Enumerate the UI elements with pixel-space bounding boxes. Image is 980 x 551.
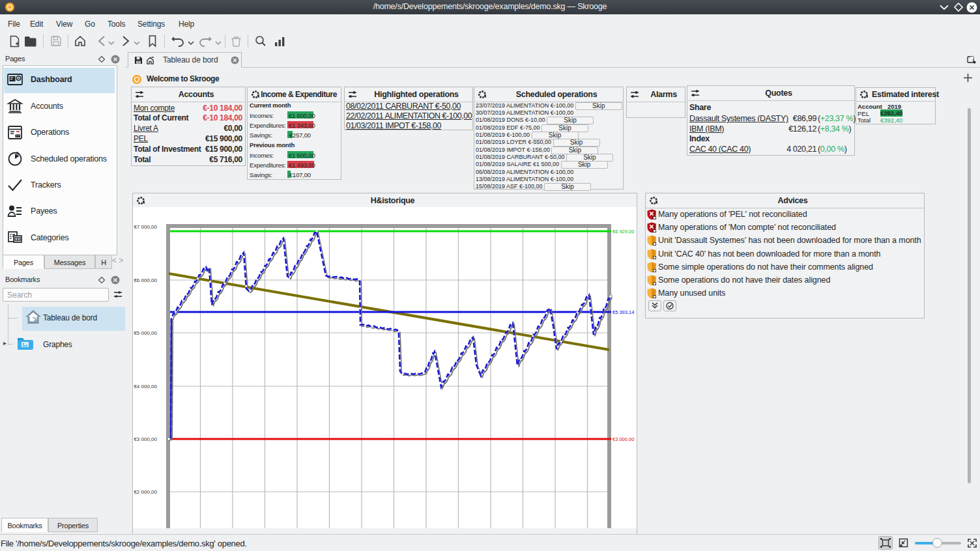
svg-text:€5 393,14: €5 393,14 <box>612 309 634 315</box>
svg-text:€6 929,00: €6 929,00 <box>612 229 634 234</box>
svg-text:€2 000,00: €2 000,00 <box>134 489 157 495</box>
svg-text:€4 000,00: €4 000,00 <box>134 384 157 389</box>
svg-text:€5 000,00: €5 000,00 <box>134 330 157 336</box>
svg-text:€7 000,00: €7 000,00 <box>134 224 157 230</box>
svg-text:€6 000,00: €6 000,00 <box>134 277 157 283</box>
svg-text:€3 000,00: €3 000,00 <box>612 436 634 442</box>
svg-text:€3 000,00: €3 000,00 <box>134 436 157 442</box>
